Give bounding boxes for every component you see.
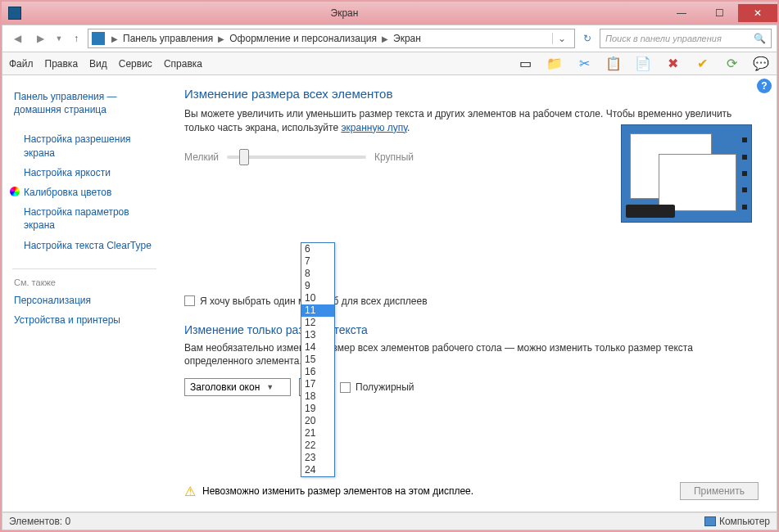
panel-icon[interactable]: ▭ <box>516 55 534 73</box>
dropdown-option[interactable]: 12 <box>301 317 334 329</box>
dropdown-option[interactable]: 22 <box>301 440 334 452</box>
menu-service[interactable]: Сервис <box>119 58 152 70</box>
bold-label: Полужирный <box>356 381 414 393</box>
dropdown-option[interactable]: 15 <box>301 354 334 366</box>
slider-min-label: Мелкий <box>184 151 219 163</box>
location-icon <box>92 32 105 45</box>
warning-icon: ⚠ <box>184 484 196 499</box>
checkbox-one-scale[interactable]: Я хочу выбрать один масштаб для всех дис… <box>184 295 759 307</box>
titlebar: Экран — ☐ ✕ <box>2 2 777 25</box>
back-button[interactable]: ◀ <box>7 29 27 48</box>
dropdown-option[interactable]: 11 <box>301 304 334 317</box>
sidebar-link-resolution[interactable]: Настройка разрешения экрана <box>12 129 156 162</box>
dropdown-option[interactable]: 23 <box>301 452 334 464</box>
breadcrumb-dropdown[interactable]: ⌄ <box>552 33 571 44</box>
dropdown-option[interactable]: 8 <box>301 268 334 280</box>
menu-help[interactable]: Справка <box>164 58 202 70</box>
minimize-button[interactable]: — <box>663 4 700 22</box>
size-slider[interactable] <box>227 156 366 159</box>
sidebar-link-brightness[interactable]: Настройка яркости <box>12 163 156 183</box>
status-count: Элементов: 0 <box>9 516 70 527</box>
slider-max-label: Крупный <box>374 151 414 163</box>
heading-text-only: Изменение только размера текста <box>184 323 759 336</box>
sidebar-home[interactable]: Панель управления — домашняя страница <box>12 87 156 119</box>
dropdown-option[interactable]: 18 <box>301 390 334 403</box>
app-icon <box>8 7 21 20</box>
chevron-right-icon: ▶ <box>108 34 121 43</box>
apply-button[interactable]: Применить <box>680 482 759 500</box>
dropdown-option[interactable]: 14 <box>301 341 334 354</box>
breadcrumb-item[interactable]: Экран <box>392 33 423 44</box>
cut-icon[interactable]: ✂ <box>575 55 593 73</box>
search-placeholder: Поиск в панели управления <box>605 34 754 43</box>
window-title: Экран <box>26 7 663 19</box>
checkbox-icon[interactable] <box>184 295 195 306</box>
sync-icon[interactable]: ⟳ <box>722 55 741 73</box>
warning-row: ⚠ Невозможно изменить размер элементов н… <box>184 482 759 500</box>
chat-icon[interactable]: 💬 <box>752 55 770 73</box>
forward-button[interactable]: ▶ <box>30 29 50 48</box>
menu-view[interactable]: Вид <box>89 58 107 70</box>
copy-icon[interactable]: 📋 <box>605 55 623 73</box>
description-2: Вам необязательно изменять размер всех э… <box>184 341 759 369</box>
display-preview <box>621 124 752 223</box>
breadcrumb[interactable]: ▶ Панель управления ▶ Оформление и персо… <box>88 29 575 48</box>
slider-thumb[interactable] <box>239 149 249 165</box>
warning-text: Невозможно изменить размер элементов на … <box>202 485 673 497</box>
navigation-row: ◀ ▶ ▼ ↑ ▶ Панель управления ▶ Оформление… <box>2 25 777 52</box>
dropdown-option[interactable]: 6 <box>301 243 334 255</box>
chevron-right-icon: ▶ <box>215 34 228 43</box>
sidebar-link-params[interactable]: Настройка параметров экрана <box>12 202 156 235</box>
bold-checkbox[interactable] <box>340 382 351 393</box>
delete-icon[interactable]: ✖ <box>664 55 682 73</box>
refresh-button[interactable]: ↻ <box>578 33 596 44</box>
maximize-button[interactable]: ☐ <box>700 4 738 22</box>
dropdown-option[interactable]: 17 <box>301 378 334 390</box>
dropdown-option[interactable]: 7 <box>301 255 334 268</box>
paste-icon[interactable]: 📄 <box>634 55 652 73</box>
dropdown-option[interactable]: 19 <box>301 403 334 415</box>
element-select[interactable]: Заголовки окон ▼ <box>184 378 291 396</box>
search-input[interactable]: Поиск в панели управления 🔍 <box>600 29 772 48</box>
history-dropdown[interactable]: ▼ <box>53 29 65 48</box>
statusbar: Элементов: 0 Компьютер <box>2 512 777 530</box>
sidebar-link-personalization[interactable]: Персонализация <box>12 291 156 310</box>
search-icon: 🔍 <box>754 33 766 44</box>
dropdown-option[interactable]: 20 <box>301 415 334 427</box>
check-icon[interactable]: ✔ <box>693 55 711 73</box>
sidebar: Панель управления — домашняя страница На… <box>2 75 166 512</box>
main-content: Изменение размера всех элементов Вы може… <box>166 75 777 512</box>
sidebar-link-calibration[interactable]: Калибровка цветов <box>12 183 156 202</box>
breadcrumb-item[interactable]: Оформление и персонализация <box>228 33 378 44</box>
dropdown-option[interactable]: 9 <box>301 280 334 292</box>
dropdown-option[interactable]: 24 <box>301 464 334 476</box>
heading-resize-all: Изменение размера всех элементов <box>184 87 759 101</box>
see-also-label: См. также <box>12 277 156 287</box>
chevron-down-icon: ▼ <box>266 383 274 391</box>
dropdown-option[interactable]: 10 <box>301 292 334 304</box>
dropdown-option[interactable]: 21 <box>301 427 334 440</box>
sidebar-link-devices[interactable]: Устройства и принтеры <box>12 310 156 330</box>
folder-icon[interactable]: 📁 <box>546 55 564 73</box>
dropdown-option[interactable]: 13 <box>301 329 334 341</box>
computer-icon <box>704 516 716 526</box>
dropdown-option[interactable]: 16 <box>301 366 334 378</box>
sidebar-link-cleartype[interactable]: Настройка текста ClearType <box>12 236 156 255</box>
menu-file[interactable]: Файл <box>9 58 34 70</box>
chevron-right-icon: ▶ <box>378 34 392 43</box>
magnifier-link[interactable]: экранную лупу <box>341 122 407 133</box>
font-size-dropdown[interactable]: 6789101112131415161718192021222324 <box>301 242 335 477</box>
breadcrumb-item[interactable]: Панель управления <box>121 33 215 44</box>
menu-edit[interactable]: Правка <box>45 58 79 70</box>
close-button[interactable]: ✕ <box>738 4 777 22</box>
up-button[interactable]: ↑ <box>68 33 84 44</box>
status-computer: Компьютер <box>719 516 770 527</box>
menubar: Файл Правка Вид Сервис Справка ▭ 📁 ✂ 📋 📄… <box>2 52 777 75</box>
